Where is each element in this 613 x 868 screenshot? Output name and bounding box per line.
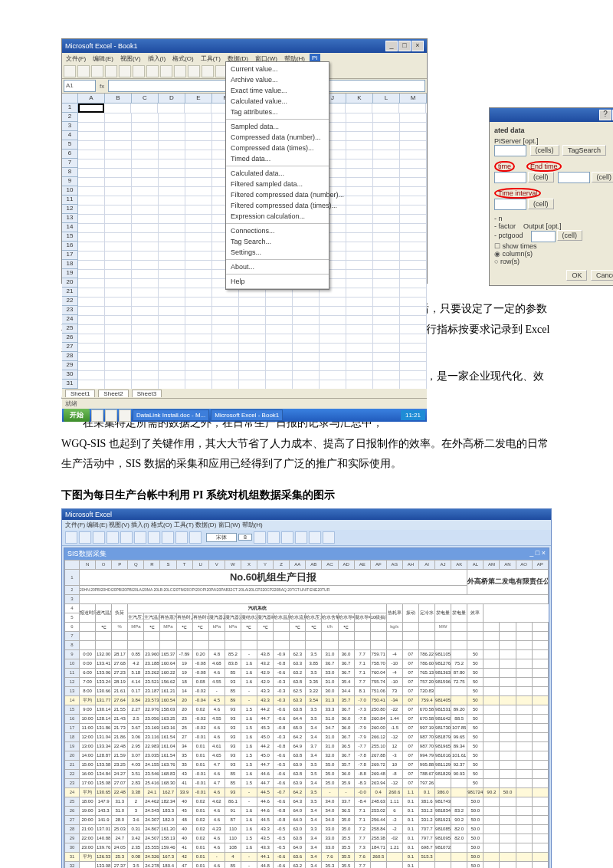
excel-screenshot: Microsoft Excel - Book1 _□× 文件(F)编辑(E)视图…	[61, 38, 552, 284]
tb-icon[interactable]	[309, 531, 321, 544]
output-input[interactable]	[531, 231, 556, 242]
menu-item[interactable]: Timed data...	[226, 153, 329, 164]
menu-item[interactable]: About...	[226, 261, 329, 272]
minimize-icon[interactable]: _	[385, 41, 398, 51]
menu-item[interactable]: Compressed data (number)...	[226, 132, 329, 143]
menu-item[interactable]: 视图(V)	[118, 54, 143, 64]
taskbar: 开始 DataLink Install.doc - M... Microsoft…	[62, 409, 427, 422]
menu-item[interactable]: 格式(O)	[170, 54, 196, 64]
cell-button[interactable]: (cell)	[557, 230, 583, 241]
menu-item[interactable]: Connections...	[226, 225, 329, 236]
columns-radio[interactable]: column(s)	[494, 250, 533, 258]
sheet-tab[interactable]: Sheet3	[132, 390, 162, 397]
starttime-input[interactable]	[494, 172, 526, 183]
menu-item[interactable]: Exact time value...	[226, 85, 329, 96]
tb-icon[interactable]	[175, 531, 188, 544]
new-icon[interactable]	[64, 65, 76, 77]
quick-launch-icon[interactable]	[91, 409, 103, 422]
tb-icon[interactable]	[189, 531, 202, 544]
report-table[interactable]: NOPQRSTUVWXYZAAABACADAEAFAGAHAIAJAKALAMA…	[64, 560, 549, 868]
sheet-tabs[interactable]: Sheet1Sheet2Sheet3	[62, 389, 427, 398]
save-icon[interactable]	[91, 65, 103, 77]
tb-icon[interactable]	[162, 531, 174, 544]
pi-dropdown-menu[interactable]: Current value...Archive value...Exact ti…	[225, 61, 329, 290]
close-icon[interactable]: ×	[411, 41, 424, 51]
endtime-input[interactable]	[558, 172, 590, 183]
quick-launch-icon[interactable]	[105, 409, 117, 422]
interval-label: Time interval	[494, 188, 541, 199]
taskbar-app[interactable]: Microsoft Excel - Book1	[211, 409, 283, 421]
redo-icon[interactable]	[174, 65, 186, 77]
system-tray[interactable]: 11:21	[401, 410, 425, 420]
tb-icon[interactable]	[281, 531, 293, 544]
menu-item[interactable]: Tag attributes...	[226, 107, 329, 117]
menu-item[interactable]: 插入(I)	[146, 54, 169, 64]
menu-item[interactable]: Help	[226, 276, 329, 287]
menu-item[interactable]: 工具(T)	[198, 54, 223, 64]
rows-radio[interactable]: row(s)	[494, 258, 520, 265]
cells-button[interactable]: (cells)	[530, 145, 559, 156]
start-button[interactable]: 开始	[64, 409, 90, 422]
section-heading: 下图为每日生产台帐中利用 PI 系统对机组数据采集的图示	[61, 488, 552, 502]
tb-icon[interactable]	[79, 531, 91, 544]
tb-icon[interactable]	[148, 531, 160, 544]
taskbar-app[interactable]: DataLink Install.doc - M...	[133, 409, 209, 421]
menu-item[interactable]: Filtered sampled data...	[226, 179, 329, 189]
menu-item[interactable]: Calculated data...	[226, 168, 329, 179]
tag-input[interactable]	[494, 145, 526, 156]
menu-item[interactable]: 文件(F)	[64, 54, 88, 64]
cancel-button[interactable]: Cancel	[591, 270, 613, 281]
cell-button[interactable]: (cell)	[528, 172, 554, 182]
menu-item[interactable]: Sampled data...	[226, 121, 329, 132]
tb-icon[interactable]	[323, 531, 335, 544]
cell-button[interactable]: (cell)	[528, 199, 554, 209]
dialog-caption: ated data	[494, 127, 613, 134]
menu-item[interactable]: Filtered compressed data (times)...	[226, 200, 329, 211]
interval-input[interactable]	[494, 199, 526, 210]
subwin-titlebar: SIS数据采集 _ □ ×	[64, 548, 549, 560]
undo-icon[interactable]	[160, 65, 172, 77]
tb-icon[interactable]	[107, 531, 119, 544]
cut-icon[interactable]	[119, 65, 131, 77]
menu-item[interactable]: Settings...	[226, 247, 329, 258]
tb-icon[interactable]	[65, 531, 77, 544]
excel2-menubar[interactable]: 文件(F) 编辑(E) 视图(V) 插入(I) 格式(O) 工具(T) 数据(D…	[62, 520, 551, 530]
sheet-tab[interactable]: Sheet1	[65, 390, 95, 397]
tb-icon[interactable]	[254, 531, 266, 544]
showtimes-checkbox[interactable]: show times	[494, 242, 537, 250]
report-screenshot: Microsoft Excel 文件(F) 编辑(E) 视图(V) 插入(I) …	[61, 508, 552, 868]
menu-item[interactable]: Archive value...	[226, 74, 329, 85]
endtime-label: End time	[526, 161, 562, 172]
excel-titlebar: Microsoft Excel - Book1 _□×	[62, 39, 427, 53]
font-name[interactable]: 宋体	[206, 533, 237, 542]
tb-icon[interactable]	[267, 531, 280, 544]
menu-item[interactable]: Compressed data (times)...	[226, 143, 329, 153]
tb-icon[interactable]	[295, 531, 307, 544]
menu-item[interactable]: Expression calculation...	[226, 211, 329, 222]
ok-button[interactable]: OK	[566, 270, 587, 281]
menu-item[interactable]: 编辑(E)	[90, 54, 116, 64]
name-box[interactable]: A1	[64, 80, 96, 92]
sort-icon[interactable]	[202, 65, 214, 77]
help-icon[interactable]: ?	[599, 110, 611, 120]
cell-button[interactable]: (cell)	[592, 172, 613, 182]
font-size[interactable]: 8	[238, 534, 252, 541]
tb-icon[interactable]	[93, 531, 105, 544]
open-icon[interactable]	[77, 65, 90, 77]
menu-item[interactable]: Filtered compressed data (number)...	[226, 189, 329, 200]
tagsearch-button[interactable]: TagSearch	[562, 145, 606, 156]
print-icon[interactable]	[105, 65, 117, 77]
sum-icon[interactable]	[188, 65, 200, 77]
fx-icon[interactable]: fx	[97, 83, 107, 90]
paragraph-4: WGQ-SIS 也起到了关键作用，其大大节省了人力成本、提高了日报制作的效率。在…	[61, 434, 552, 475]
quick-launch-icon[interactable]	[119, 409, 131, 422]
menu-item[interactable]: Tag Search...	[226, 236, 329, 247]
tb-icon[interactable]	[134, 531, 146, 544]
copy-icon[interactable]	[133, 65, 145, 77]
menu-item[interactable]: Current value...	[226, 64, 329, 74]
paste-icon[interactable]	[146, 65, 159, 77]
menu-item[interactable]: Calculated value...	[226, 96, 329, 107]
tb-icon[interactable]	[120, 531, 133, 544]
sheet-tab[interactable]: Sheet2	[98, 390, 128, 397]
maximize-icon[interactable]: □	[398, 41, 411, 51]
